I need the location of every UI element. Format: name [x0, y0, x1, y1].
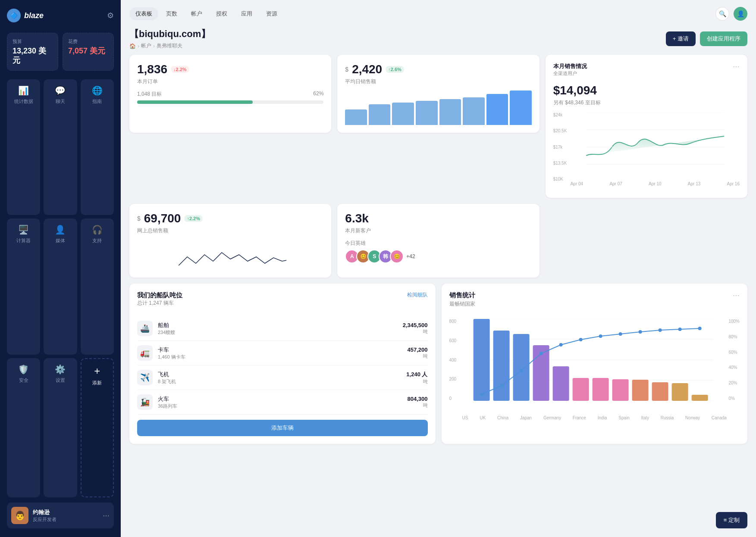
total-sales-label: 网上总销售额	[137, 227, 323, 234]
sales-stats-sub: 最畅销国家	[449, 300, 475, 308]
progress-label-text: 1,048 目标	[137, 91, 162, 98]
add-vehicle-button[interactable]: 添加车辆	[137, 420, 428, 436]
expense-value: 7,057 美元	[68, 47, 108, 56]
expense-card: 花费 7,057 美元	[63, 33, 114, 71]
sales-stats-menu[interactable]: ⋯	[733, 291, 740, 300]
orders-value: 1,836 ↓2.2%	[137, 62, 189, 76]
support-icon: 🎧	[92, 225, 103, 235]
settings-label: 设置	[56, 377, 65, 384]
tab-pages[interactable]: 页数	[160, 7, 183, 20]
tab-apps[interactable]: 应用	[235, 7, 258, 20]
calc-icon: 🖥️	[18, 225, 29, 235]
top-nav: 仪表板 页数 帐户 授权 应用 资源 🔍 👤	[129, 7, 747, 21]
sales-month-subtitle: 全渠道用户	[553, 70, 587, 77]
sidebar-item-guide[interactable]: 🌐 指南	[81, 79, 114, 215]
svg-rect-18	[652, 382, 668, 401]
expense-label: 花费	[68, 38, 108, 45]
chat-label: 聊天	[56, 98, 65, 105]
add-icon: +	[94, 365, 100, 377]
svg-rect-11	[513, 334, 530, 401]
tab-dashboard[interactable]: 仪表板	[129, 7, 158, 20]
train-name: 火车	[158, 395, 402, 403]
breadcrumb-home[interactable]: 🏠	[129, 43, 136, 49]
sales-chart-container: 800 600 400 200 0	[449, 319, 740, 414]
ship-unit: 吨	[403, 328, 428, 335]
breadcrumb-account[interactable]: 帐户	[141, 42, 151, 50]
fleet-link[interactable]: 检阅舰队	[407, 291, 428, 299]
sales-stats-card: 销售统计 最畅销国家 ⋯ 800 600 400 200 0	[442, 284, 748, 444]
svg-point-27	[599, 334, 602, 338]
hero-label: 今日英雄	[345, 240, 531, 247]
ship-name: 船舶	[158, 322, 398, 329]
support-label: 支持	[92, 237, 102, 244]
customize-button[interactable]: ≡ 定制	[716, 512, 747, 528]
logo-icon: 🔷	[7, 9, 21, 22]
user-menu-icon[interactable]: ⋯	[103, 512, 110, 520]
bottom-row: 我们的船队吨位 总计 1,247 辆车 检阅舰队 🚢 船舶 234艘艘 2,34…	[129, 284, 747, 444]
svg-rect-19	[672, 383, 688, 401]
sales-month-note: 另有 $48,346 至目标	[553, 99, 740, 106]
budget-section: 预算 13,230 美元 花费 7,057 美元	[7, 33, 114, 71]
truck-unit: 吨	[408, 353, 428, 359]
svg-point-21	[480, 393, 483, 396]
svg-point-25	[559, 343, 563, 347]
settings-nav-icon: ⚙️	[55, 364, 66, 375]
line-chart-svg	[571, 112, 740, 181]
train-count: 36路列车	[158, 403, 402, 409]
user-profile: 👨 约翰逊 反应开发者 ⋯	[7, 503, 114, 528]
svg-point-26	[579, 338, 583, 341]
stats-label: 统计数据	[14, 98, 33, 105]
budget-card: 预算 13,230 美元	[7, 33, 58, 71]
tab-auth[interactable]: 授权	[210, 7, 233, 20]
chat-icon: 💬	[55, 85, 66, 96]
sidebar-item-chat[interactable]: 💬 聊天	[44, 79, 77, 215]
add-label: 添新	[92, 380, 102, 386]
tab-resources[interactable]: 资源	[260, 7, 283, 20]
sidebar-item-settings[interactable]: ⚙️ 设置	[44, 358, 77, 497]
fleet-item-ship: 🚢 船舶 234艘艘 2,345,500 吨	[137, 316, 428, 341]
ship-icon: 🚢	[137, 321, 153, 336]
svg-point-23	[520, 369, 523, 372]
new-customers-label: 本月新客户	[345, 227, 531, 234]
svg-rect-20	[692, 395, 708, 401]
orders-badge: ↓2.2%	[171, 66, 189, 73]
daily-sales-badge: ↑2.6%	[386, 66, 404, 73]
user-nav-icon[interactable]: 👤	[734, 7, 747, 21]
fleet-subtitle: 总计 1,247 辆车	[137, 300, 182, 307]
sidebar-item-media[interactable]: 👤 媒体	[44, 219, 77, 354]
sales-month-menu[interactable]: ⋯	[733, 62, 740, 71]
sales-bar-chart-svg	[459, 319, 726, 401]
orders-label: 本月订单	[137, 78, 323, 85]
truck-name: 卡车	[158, 346, 402, 354]
fleet-item-train: 🚂 火车 36路列车 804,300 吨	[137, 390, 428, 415]
daily-sales-chart	[345, 91, 531, 125]
security-label: 安全	[19, 377, 28, 384]
sidebar-item-support[interactable]: 🎧 支持	[81, 219, 114, 354]
breadcrumb: 🏠 › 帐户 › 奥弗维耶夫	[129, 42, 210, 50]
metrics-row: 1,836 ↓2.2% 本月订单 1,048 目标 62% $ 2,4	[129, 55, 747, 198]
media-icon: 👤	[55, 225, 66, 235]
sidebar-item-calc[interactable]: 🖥️ 计算器	[7, 219, 40, 354]
tab-account[interactable]: 帐户	[185, 7, 208, 20]
plane-value: 1,240 人	[406, 371, 427, 378]
orders-card: 1,836 ↓2.2% 本月订单 1,048 目标 62%	[129, 55, 331, 133]
sidebar-item-add[interactable]: + 添新	[81, 358, 114, 497]
media-label: 媒体	[56, 237, 65, 244]
orders-progress: 1,048 目标 62%	[137, 91, 323, 104]
fleet-item-plane: ✈️ 飞机 8 架飞机 1,240 人 吨	[137, 365, 428, 390]
sidebar-item-stats[interactable]: 📊 统计数据	[7, 79, 40, 215]
svg-rect-13	[553, 366, 569, 401]
svg-rect-9	[474, 319, 490, 401]
total-sales-chart	[137, 240, 323, 270]
ship-value: 2,345,500	[403, 322, 428, 328]
plane-unit: 吨	[406, 378, 427, 385]
sidebar: 🔷 blaze ⚙ 预算 13,230 美元 花费 7,057 美元 📊 统计数…	[0, 0, 121, 537]
search-button[interactable]: 🔍	[715, 7, 729, 21]
settings-icon[interactable]: ⚙	[107, 11, 114, 20]
guide-label: 指南	[92, 98, 102, 105]
sidebar-item-security[interactable]: 🛡️ 安全	[7, 358, 40, 497]
progress-fill	[137, 100, 253, 104]
create-app-button[interactable]: 创建应用程序	[700, 31, 747, 46]
invite-button[interactable]: + 邀请	[666, 31, 696, 46]
plane-name: 飞机	[158, 371, 401, 378]
